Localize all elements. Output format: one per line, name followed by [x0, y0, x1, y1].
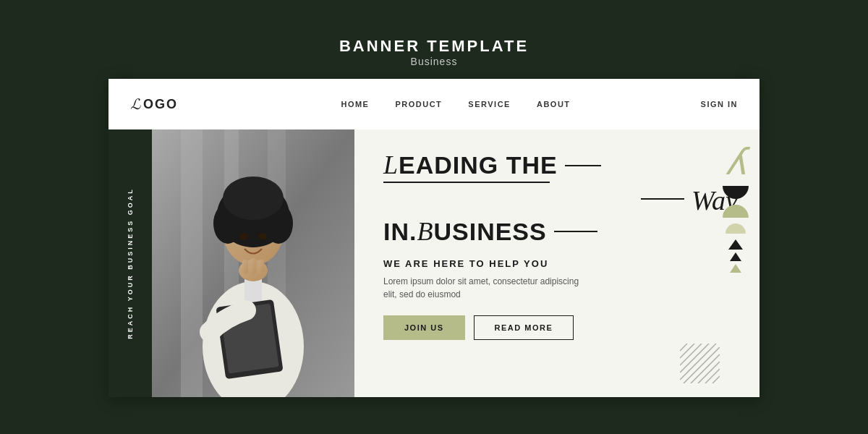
diagonal-lines-decoration	[680, 344, 720, 386]
logo-script-icon: ℒ	[130, 95, 140, 113]
headline-leading: LEADING THE	[383, 151, 558, 180]
nav-product[interactable]: PRODUCT	[395, 100, 442, 109]
svg-rect-66	[250, 258, 256, 274]
headline-area: LEADING THE Way IN.BUSINESS	[383, 151, 738, 247]
svg-rect-51	[181, 129, 203, 397]
svg-line-73	[680, 344, 709, 373]
triangle-dark-2	[730, 252, 741, 261]
headline-line-right2	[554, 231, 597, 232]
person-photo	[152, 129, 354, 397]
nav-home[interactable]: HOME	[341, 100, 369, 109]
headline-in-business: IN.BUSINESS	[383, 216, 547, 247]
triangles-decoration	[728, 239, 743, 273]
cta-buttons: JOIN US READ MORE	[383, 315, 738, 340]
photo-area	[152, 129, 354, 397]
left-sidebar: REACH YOUR BUSINESS GOAL	[109, 129, 152, 397]
svg-line-75	[684, 347, 720, 383]
svg-line-79	[712, 376, 720, 383]
banner-template-title: BANNER TEMPLATE	[339, 37, 529, 56]
svg-line-78	[705, 369, 720, 383]
svg-point-63	[258, 233, 267, 240]
sidebar-rotated-text: REACH YOUR BUSINESS GOAL	[127, 187, 134, 339]
join-us-button[interactable]: JOIN US	[383, 315, 465, 340]
headline-underline-top	[383, 182, 550, 183]
svg-point-61	[223, 176, 284, 220]
read-more-button[interactable]: READ MORE	[474, 315, 574, 340]
banner-container: // We'll render dots inline in the SVG	[109, 79, 760, 397]
subheading: WE ARE HERE TO HELP YOU	[383, 258, 738, 269]
logo-text: OGO	[143, 97, 178, 112]
nav-about[interactable]: ABOUT	[537, 100, 571, 109]
sign-in-button[interactable]: SIGN IN	[665, 100, 738, 109]
body-text: Lorem ipsum dolor sit amet, consectetur …	[383, 275, 586, 301]
headline-line-right	[565, 165, 601, 166]
svg-rect-65	[242, 260, 248, 274]
nav-service[interactable]: SERVICE	[468, 100, 511, 109]
svg-line-76	[691, 354, 720, 383]
headline-line-left	[641, 198, 684, 200]
page-title-area: BANNER TEMPLATE Business	[339, 37, 529, 67]
right-decorative-shapes: ʎ	[718, 137, 754, 273]
triangle-olive-1	[730, 264, 741, 273]
arc-shape-olive: ʎ	[725, 144, 746, 180]
triangle-dark-1	[728, 239, 743, 250]
banner-header: ℒ OGO HOME PRODUCT SERVICE ABOUT SIGN IN	[109, 79, 760, 129]
svg-point-62	[239, 233, 248, 240]
half-bowl-dark	[723, 186, 749, 199]
svg-line-71	[680, 344, 694, 358]
logo-area: ℒ OGO	[130, 95, 246, 113]
banner-body: REACH YOUR BUSINESS GOAL	[109, 129, 760, 397]
svg-line-70	[680, 344, 687, 351]
banner-template-subtitle: Business	[339, 56, 529, 67]
half-circle-olive2	[726, 224, 746, 234]
svg-line-74	[680, 344, 716, 380]
half-circle-olive	[723, 205, 749, 218]
navigation: HOME PRODUCT SERVICE ABOUT	[246, 100, 665, 109]
right-content: LEADING THE Way IN.BUSINESS	[354, 129, 760, 397]
svg-rect-67	[258, 260, 264, 274]
